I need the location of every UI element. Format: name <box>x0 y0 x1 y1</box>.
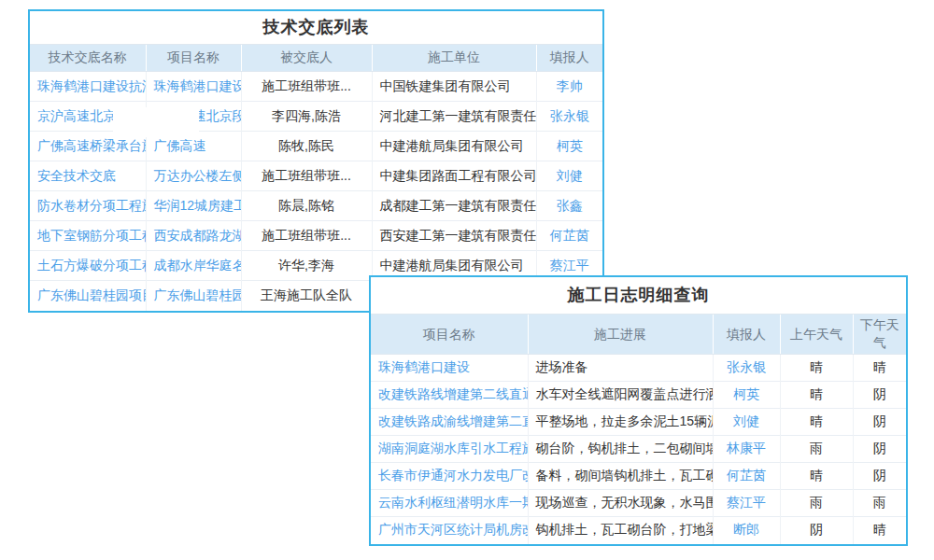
reporter-cell[interactable]: 李帅 <box>536 72 602 102</box>
company-cell: 河北建工第一建筑有限责任公司 <box>372 102 536 132</box>
reporter-cell[interactable]: 何芷茵 <box>536 221 602 251</box>
table-row: 安全技术交底 万达办公楼左侧A... 施工班组带班... 中建集团路面工程有限公… <box>30 161 602 191</box>
afternoon-weather-cell: 阴 <box>853 436 906 463</box>
column-header-progress: 施工进展 <box>528 315 713 355</box>
table-row: 防水卷材分项工程施... 华润12城房建工... 陈晨,陈铭 成都建工第一建筑有… <box>30 191 602 221</box>
table-row: 云南水利枢纽潜明水库一期工程 现场巡查，无积水现象，水马围... 蔡江平 雨 雨 <box>371 490 906 517</box>
company-cell: 成都建工第一建筑有限责任公司 <box>372 191 536 221</box>
project-name-cell[interactable]: 珠海鹤港口建设 <box>146 72 241 102</box>
project-name-cell[interactable]: 长春市伊通河水力发电厂改建工 <box>371 463 528 490</box>
morning-weather-cell: 晴 <box>780 382 853 409</box>
progress-cell: 现场巡查，无积水现象，水马围... <box>528 490 713 517</box>
reporter-cell[interactable]: 张永银 <box>536 102 602 132</box>
reporter-cell[interactable]: 断郎 <box>713 517 780 544</box>
project-name-cell[interactable]: 广州市天河区统计局机房改造项 <box>371 517 528 544</box>
morning-weather-cell: 阴 <box>780 517 853 544</box>
reporter-cell[interactable]: 柯英 <box>713 382 780 409</box>
morning-weather-cell: 雨 <box>780 490 853 517</box>
reporter-cell[interactable]: 柯英 <box>536 132 602 161</box>
disclosure-name-cell[interactable]: 土石方爆破分项工程... <box>30 251 146 281</box>
construction-log-table: 项目名称 施工进展 填报人 上午天气 下午天气 珠海鹤港口建设 进场准备 张永银… <box>371 314 906 544</box>
afternoon-weather-cell: 雨 <box>853 490 906 517</box>
progress-cell: 平整场地，拉走多余泥土15辆泥... <box>528 409 713 436</box>
progress-cell: 备料，砌间墙钩机排土，瓦工砌... <box>528 463 713 490</box>
reporter-cell[interactable]: 林康平 <box>713 436 780 463</box>
construction-log-panel: 施工日志明细查询 项目名称 施工进展 填报人 上午天气 下午天气 珠海鹤港口建设… <box>369 275 908 546</box>
column-header-project-name: 项目名称 <box>371 315 528 355</box>
reporter-cell[interactable]: 张鑫 <box>536 191 602 221</box>
morning-weather-cell: 雨 <box>780 436 853 463</box>
project-name-cell[interactable]: 湖南洞庭湖水库引水工程施工 <box>371 436 528 463</box>
progress-cell: 进场准备 <box>528 355 713 382</box>
disclosure-name-cell[interactable]: 珠海鹤港口建设抗浮... <box>30 72 146 102</box>
column-header-reporter: 填报人 <box>713 315 780 355</box>
disclosure-name-cell[interactable]: 地下室钢筋分项工程... <box>30 221 146 251</box>
table-row: 珠海鹤港口建设抗浮... 珠海鹤港口建设 施工班组带班... 中国铁建集团有限公… <box>30 72 602 102</box>
receiver-cell: 施工班组带班... <box>241 221 372 251</box>
progress-cell: 水车对全线遮阳网覆盖点进行洒... <box>528 382 713 409</box>
morning-weather-cell: 晴 <box>780 355 853 382</box>
disclosure-list-panel: 技术交底列表 技术交底名称 项目名称 被交底人 施工单位 填报人 珠海鹤港口建设… <box>28 9 604 313</box>
disclosure-table: 技术交底名称 项目名称 被交底人 施工单位 填报人 珠海鹤港口建设抗浮... 珠… <box>30 44 602 311</box>
page: { "colors": { "accent_border": "#3ab4e8"… <box>0 0 934 560</box>
column-header-afternoon-weather: 下午天气 <box>853 315 906 355</box>
reporter-cell[interactable]: 张永银 <box>713 355 780 382</box>
morning-weather-cell: 晴 <box>780 409 853 436</box>
receiver-cell: 施工班组带班... <box>241 72 372 102</box>
reporter-cell[interactable]: 刘健 <box>713 409 780 436</box>
progress-cell: 砌台阶，钩机排土，二包砌间墙... <box>528 436 713 463</box>
receiver-cell: 施工班组带班... <box>241 161 372 191</box>
afternoon-weather-cell: 晴 <box>853 355 906 382</box>
afternoon-weather-cell: 阴 <box>853 463 906 490</box>
column-header-reporter: 填报人 <box>536 45 602 72</box>
white-overlay-artifact <box>113 107 199 137</box>
company-cell: 西安建工第一建筑有限责任公司 <box>372 221 536 251</box>
receiver-cell: 陈牧,陈民 <box>241 132 372 161</box>
disclosure-list-title: 技术交底列表 <box>30 11 602 44</box>
afternoon-weather-cell: 阴 <box>853 382 906 409</box>
column-header-receiver: 被交底人 <box>241 45 372 72</box>
receiver-cell: 陈晨,陈铭 <box>241 191 372 221</box>
disclosure-header-row: 技术交底名称 项目名称 被交底人 施工单位 填报人 <box>30 45 602 72</box>
disclosure-name-cell[interactable]: 安全技术交底 <box>30 161 146 191</box>
project-name-cell[interactable]: 改建铁路线增建第二线直通线 <box>371 382 528 409</box>
disclosure-name-cell[interactable]: 防水卷材分项工程施... <box>30 191 146 221</box>
table-row: 广州市天河区统计局机房改造项 钩机排土，瓦工砌台阶，打地梁... 断郎 阴 晴 <box>371 517 906 544</box>
project-name-cell[interactable]: 西安成都路龙湖上... <box>146 221 241 251</box>
project-name-cell[interactable]: 万达办公楼左侧A... <box>146 161 241 191</box>
table-row: 改建铁路成渝线增建第二直通线 平整场地，拉走多余泥土15辆泥... 刘健 晴 阴 <box>371 409 906 436</box>
column-header-project-name: 项目名称 <box>146 45 241 72</box>
reporter-cell[interactable]: 何芷茵 <box>713 463 780 490</box>
reporter-cell[interactable]: 蔡江平 <box>713 490 780 517</box>
project-name-cell[interactable]: 改建铁路成渝线增建第二直通线 <box>371 409 528 436</box>
company-cell: 中建港航局集团有限公司 <box>372 132 536 161</box>
company-cell: 中国铁建集团有限公司 <box>372 72 536 102</box>
table-row: 改建铁路线增建第二线直通线 水车对全线遮阳网覆盖点进行洒... 柯英 晴 阴 <box>371 382 906 409</box>
receiver-cell: 李四海,陈浩 <box>241 102 372 132</box>
morning-weather-cell: 晴 <box>780 463 853 490</box>
project-name-cell[interactable]: 成都水岸华庭名苑... <box>146 251 241 281</box>
table-row: 长春市伊通河水力发电厂改建工 备料，砌间墙钩机排土，瓦工砌... 何芷茵 晴 阴 <box>371 463 906 490</box>
table-row: 湖南洞庭湖水库引水工程施工 砌台阶，钩机排土，二包砌间墙... 林康平 雨 阴 <box>371 436 906 463</box>
company-cell: 中建集团路面工程有限公司 <box>372 161 536 191</box>
reporter-cell[interactable]: 刘健 <box>536 161 602 191</box>
column-header-disclosure-name: 技术交底名称 <box>30 45 146 72</box>
disclosure-name-cell[interactable]: 广东佛山碧桂园项目... <box>30 281 146 311</box>
afternoon-weather-cell: 阴 <box>853 409 906 436</box>
receiver-cell: 王海施工队全队 <box>241 281 372 311</box>
progress-cell: 钩机排土，瓦工砌台阶，打地梁... <box>528 517 713 544</box>
column-header-company: 施工单位 <box>372 45 536 72</box>
construction-log-title: 施工日志明细查询 <box>371 277 906 314</box>
project-name-cell[interactable]: 珠海鹤港口建设 <box>371 355 528 382</box>
log-header-row: 项目名称 施工进展 填报人 上午天气 下午天气 <box>371 315 906 355</box>
afternoon-weather-cell: 晴 <box>853 517 906 544</box>
receiver-cell: 许华,李海 <box>241 251 372 281</box>
project-name-cell[interactable]: 云南水利枢纽潜明水库一期工程 <box>371 490 528 517</box>
table-row: 地下室钢筋分项工程... 西安成都路龙湖上... 施工班组带班... 西安建工第… <box>30 221 602 251</box>
table-row: 珠海鹤港口建设 进场准备 张永银 晴 晴 <box>371 355 906 382</box>
project-name-cell[interactable]: 华润12城房建工... <box>146 191 241 221</box>
column-header-morning-weather: 上午天气 <box>780 315 853 355</box>
project-name-cell[interactable]: 广东佛山碧桂园项目 <box>146 281 241 311</box>
